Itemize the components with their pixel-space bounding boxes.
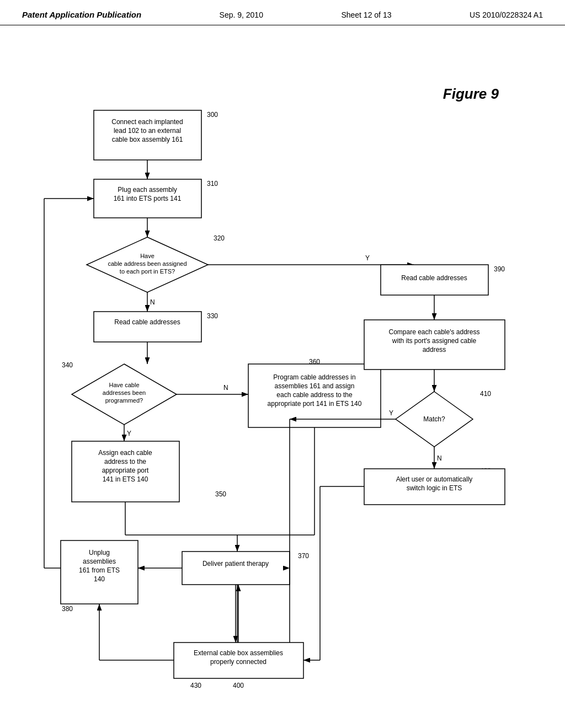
svg-text:300: 300 <box>207 111 218 119</box>
svg-text:350: 350 <box>215 490 226 498</box>
svg-text:Read cable addresses: Read cable addresses <box>114 318 180 326</box>
svg-text:Compare each cable's address: Compare each cable's address <box>388 328 479 336</box>
svg-text:Y: Y <box>389 409 393 417</box>
svg-text:programmed?: programmed? <box>105 397 143 404</box>
svg-text:Plug each assembly: Plug each assembly <box>118 186 177 194</box>
svg-text:161 into ETS ports 141: 161 into ETS ports 141 <box>114 195 182 202</box>
flowchart-diagram: Connect each implanted lead 102 to an ex… <box>28 77 535 706</box>
svg-text:N: N <box>437 454 442 462</box>
svg-text:address: address <box>423 346 446 354</box>
svg-text:Have cable: Have cable <box>109 382 139 388</box>
svg-text:with its port's assigned cable: with its port's assigned cable <box>392 337 477 345</box>
svg-text:Alert user or automatically: Alert user or automatically <box>396 475 473 483</box>
svg-text:Connect each implanted: Connect each implanted <box>111 118 183 126</box>
svg-text:360: 360 <box>309 358 320 366</box>
svg-text:Assign each cable: Assign each cable <box>98 449 152 457</box>
svg-rect-70 <box>364 320 505 370</box>
svg-text:properly connected: properly connected <box>210 658 266 666</box>
svg-text:addresses been: addresses been <box>103 389 146 396</box>
svg-text:Read cable addresses: Read cable addresses <box>401 274 467 282</box>
sheet-info: Sheet 12 of 13 <box>341 10 391 19</box>
svg-text:appropriate port: appropriate port <box>102 467 149 474</box>
svg-text:330: 330 <box>207 312 218 320</box>
svg-text:Deliver patient therapy: Deliver patient therapy <box>202 560 269 568</box>
svg-text:410: 410 <box>480 390 491 398</box>
svg-text:cable address been assigned: cable address been assigned <box>108 260 186 267</box>
svg-text:340: 340 <box>62 361 73 369</box>
svg-text:assemblies 161 and assign: assemblies 161 and assign <box>275 382 355 390</box>
svg-text:370: 370 <box>298 552 309 560</box>
svg-text:140: 140 <box>94 575 105 583</box>
publication-date: Sep. 9, 2010 <box>220 10 263 19</box>
svg-text:cable box assembly 161: cable box assembly 161 <box>112 136 183 143</box>
svg-rect-21 <box>94 312 201 342</box>
svg-text:N: N <box>150 298 155 306</box>
svg-text:Y: Y <box>365 254 370 262</box>
svg-text:address to the: address to the <box>104 458 146 465</box>
svg-text:320: 320 <box>214 234 225 242</box>
svg-text:appropriate port 141 in ETS 14: appropriate port 141 in ETS 140 <box>268 400 362 408</box>
svg-text:Program cable addresses in: Program cable addresses in <box>273 373 355 381</box>
svg-text:310: 310 <box>207 180 218 188</box>
svg-text:161 from ETS: 161 from ETS <box>79 566 120 574</box>
svg-text:N: N <box>223 384 228 392</box>
svg-text:each cable address to the: each cable address to the <box>276 391 353 399</box>
svg-text:Match?: Match? <box>423 415 445 423</box>
svg-text:390: 390 <box>494 265 505 273</box>
svg-rect-50 <box>182 552 290 585</box>
svg-text:Y: Y <box>127 430 131 437</box>
svg-text:380: 380 <box>62 605 73 613</box>
svg-text:141 in ETS 140: 141 in ETS 140 <box>103 475 148 483</box>
publication-title: Patent Application Publication <box>22 10 141 19</box>
svg-text:lead 102 to an external: lead 102 to an external <box>114 127 181 135</box>
page-header: Patent Application Publication Sep. 9, 2… <box>0 0 565 25</box>
publication-number: US 2010/0228324 A1 <box>470 10 543 19</box>
svg-text:to each port in ETS?: to each port in ETS? <box>120 268 175 275</box>
svg-text:switch logic in ETS: switch logic in ETS <box>407 484 462 492</box>
svg-text:400: 400 <box>233 682 244 689</box>
svg-text:Unplug: Unplug <box>89 549 110 556</box>
svg-text:External cable box assemblies: External cable box assemblies <box>194 649 283 657</box>
svg-text:assemblies: assemblies <box>83 558 116 565</box>
svg-text:Have: Have <box>140 253 154 259</box>
svg-text:430: 430 <box>190 682 201 689</box>
